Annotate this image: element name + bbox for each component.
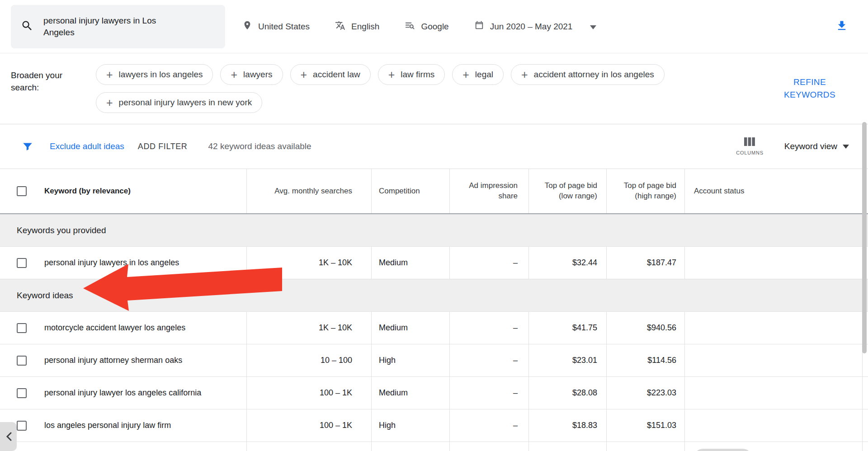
plus-icon: + <box>462 69 469 80</box>
search-value: personal injury lawyers in Los Angeles <box>43 15 188 38</box>
suggested-keyword-chips: + lawyers in los angeles + lawyers + acc… <box>96 64 729 113</box>
ad-share-cell: – <box>450 344 529 376</box>
header-top-of-page-bid-low[interactable]: Top of page bid (low range) <box>529 169 607 213</box>
vertical-scrollbar[interactable] <box>862 122 867 353</box>
translate-icon <box>335 20 345 33</box>
chip-personal-injury-lawyers-in-new-york[interactable]: + personal injury lawyers in new york <box>96 92 262 113</box>
status-cell <box>685 312 863 344</box>
table-row[interactable]: la personal injury lawyer 100 – 1K Mediu… <box>0 442 868 451</box>
row-checkbox[interactable] <box>17 421 27 431</box>
language-selector[interactable]: English <box>335 20 379 33</box>
chip-label: accident attorney in los angeles <box>534 70 654 80</box>
low-bid-cell: $23.01 <box>529 344 607 376</box>
header-account-status[interactable]: Account status <box>685 169 863 213</box>
competition-cell: High <box>372 344 450 376</box>
search-input[interactable]: personal injury lawyers in Los Angeles <box>11 5 225 48</box>
add-filter-button[interactable]: ADD FILTER <box>138 142 188 151</box>
location-pin-icon <box>242 20 252 33</box>
competition-cell: Medium <box>372 247 450 279</box>
table-row[interactable]: personal injury lawyers in los angeles 1… <box>0 247 868 279</box>
table-row[interactable]: personal injury attorney sherman oaks 10… <box>0 344 868 377</box>
header-top-of-page-bid-high[interactable]: Top of page bid (high range) <box>607 169 685 213</box>
low-bid-cell: $41.75 <box>529 312 607 344</box>
table-row[interactable]: los angeles personal injury law firm 100… <box>0 409 868 442</box>
chevron-left-icon <box>5 432 12 441</box>
high-bid-cell: $114.56 <box>607 344 685 376</box>
ad-share-cell: – <box>450 409 529 442</box>
chip-accident-law[interactable]: + accident law <box>290 64 371 85</box>
low-bid-cell: $18.83 <box>529 409 607 442</box>
keyword-cell: personal injury lawyers in los angeles <box>44 247 247 279</box>
row-checkbox[interactable] <box>17 258 27 268</box>
keyword-planner-app: personal injury lawyers in Los Angeles U… <box>0 0 868 451</box>
download-button[interactable] <box>835 19 848 34</box>
competition-cell: Medium <box>372 377 450 409</box>
chip-lawyers[interactable]: + lawyers <box>220 64 283 85</box>
status-cell <box>685 377 863 409</box>
competition-cell: Medium <box>372 442 450 451</box>
ad-share-cell: – <box>450 442 529 451</box>
ad-share-cell: – <box>450 247 529 279</box>
chip-label: lawyers in los angeles <box>119 70 203 80</box>
date-range-selector[interactable]: Jun 2020 – May 2021 <box>474 20 597 33</box>
keyword-cell: personal injury lawyer los angeles calif… <box>44 377 247 409</box>
table-row[interactable]: personal injury lawyer los angeles calif… <box>0 377 868 409</box>
low-bid-cell: $32.76 <box>529 442 607 451</box>
plus-icon: + <box>231 69 237 80</box>
columns-button[interactable]: COLUMNS <box>736 137 764 155</box>
location-selector[interactable]: United States <box>242 20 310 33</box>
plus-icon: + <box>106 97 113 108</box>
header-keyword[interactable]: Keyword (by relevance) <box>44 169 247 213</box>
keyword-cell: la personal injury lawyer <box>44 442 247 451</box>
status-cell <box>685 344 863 376</box>
header-competition[interactable]: Competition <box>372 169 450 213</box>
date-range-label: Jun 2020 – May 2021 <box>490 22 573 32</box>
table-header-row: Keyword (by relevance) Avg. monthly sear… <box>0 169 868 214</box>
header-avg-monthly-searches[interactable]: Avg. monthly searches <box>247 169 372 213</box>
broaden-search-section: Broaden your search: + lawyers in los an… <box>0 53 868 124</box>
low-bid-cell: $32.44 <box>529 247 607 279</box>
high-bid-cell: $940.56 <box>607 312 685 344</box>
searches-cell: 100 – 1K <box>247 442 372 451</box>
keyword-cell: motorcycle accident lawyer los angeles <box>44 312 247 344</box>
side-panel-toggle[interactable] <box>0 422 17 451</box>
network-selector[interactable]: Google <box>405 20 448 33</box>
exclude-adult-ideas-filter[interactable]: Exclude adult ideas <box>50 141 124 151</box>
chevron-down-icon <box>590 22 596 32</box>
section-label: Keywords you provided <box>17 226 106 235</box>
filter-icon[interactable] <box>22 141 33 152</box>
search-icon <box>21 19 33 34</box>
ad-share-cell: – <box>450 312 529 344</box>
competition-cell: High <box>372 409 450 442</box>
in-account-badge: In Account <box>694 449 752 451</box>
refine-keywords-button[interactable]: REFINE KEYWORDS <box>771 76 848 102</box>
chip-legal[interactable]: + legal <box>452 64 504 85</box>
keyword-cell: personal injury attorney sherman oaks <box>44 344 247 376</box>
keyword-ideas-count: 42 keyword ideas available <box>208 141 311 151</box>
table-row[interactable]: motorcycle accident lawyer los angeles 1… <box>0 312 868 344</box>
high-bid-cell: $187.47 <box>607 247 685 279</box>
columns-label: COLUMNS <box>736 150 764 155</box>
section-keywords-you-provided: Keywords you provided <box>0 214 868 247</box>
location-label: United States <box>258 22 310 32</box>
chip-label: lawyers <box>243 70 272 80</box>
plus-icon: + <box>388 69 395 80</box>
select-all-checkbox[interactable] <box>17 186 27 196</box>
chip-law-firms[interactable]: + law firms <box>378 64 445 85</box>
row-checkbox[interactable] <box>17 323 27 333</box>
plus-icon: + <box>106 69 113 80</box>
status-cell <box>685 409 863 442</box>
columns-icon <box>744 137 755 148</box>
chip-lawyers-in-los-angeles[interactable]: + lawyers in los angeles <box>96 64 213 85</box>
view-label: Keyword view <box>784 141 837 151</box>
header-ad-impression-share[interactable]: Ad impression share <box>450 169 529 213</box>
section-label: Keyword ideas <box>17 291 73 301</box>
chip-accident-attorney-in-los-angeles[interactable]: + accident attorney in los angeles <box>511 64 665 85</box>
high-bid-cell: $223.03 <box>607 377 685 409</box>
searches-cell: 100 – 1K <box>247 377 372 409</box>
keyword-view-selector[interactable]: Keyword view <box>784 141 849 151</box>
row-checkbox[interactable] <box>17 356 27 366</box>
chip-label: legal <box>475 70 493 80</box>
language-label: English <box>351 22 379 32</box>
row-checkbox[interactable] <box>17 388 27 398</box>
